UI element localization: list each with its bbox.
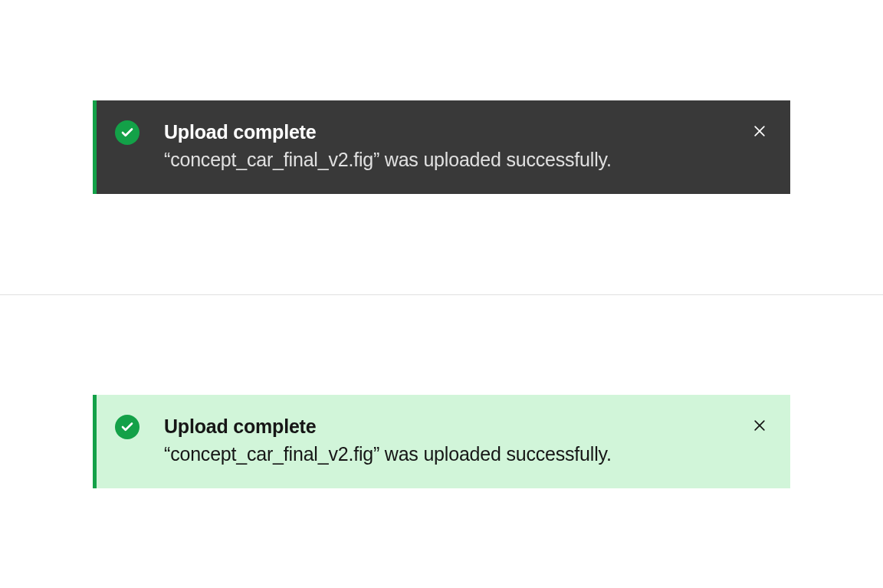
notification-success-light: Upload complete “concept_car_final_v2.fi… [93, 395, 790, 488]
notification-content: Upload complete “concept_car_final_v2.fi… [164, 119, 772, 172]
notification-content: Upload complete “concept_car_final_v2.fi… [164, 413, 772, 467]
close-icon [752, 123, 767, 139]
close-button[interactable] [747, 119, 772, 143]
top-section: Upload complete “concept_car_final_v2.fi… [0, 0, 883, 294]
close-button[interactable] [747, 413, 772, 438]
bottom-section: Upload complete “concept_car_final_v2.fi… [0, 295, 883, 589]
close-icon [752, 418, 767, 433]
notification-title: Upload complete [164, 119, 772, 145]
notification-title: Upload complete [164, 413, 772, 439]
checkmark-icon [115, 120, 140, 145]
checkmark-icon [115, 415, 140, 439]
notification-message: “concept_car_final_v2.fig” was uploaded … [164, 146, 772, 172]
notification-success-dark: Upload complete “concept_car_final_v2.fi… [93, 100, 790, 194]
notification-message: “concept_car_final_v2.fig” was uploaded … [164, 441, 772, 467]
